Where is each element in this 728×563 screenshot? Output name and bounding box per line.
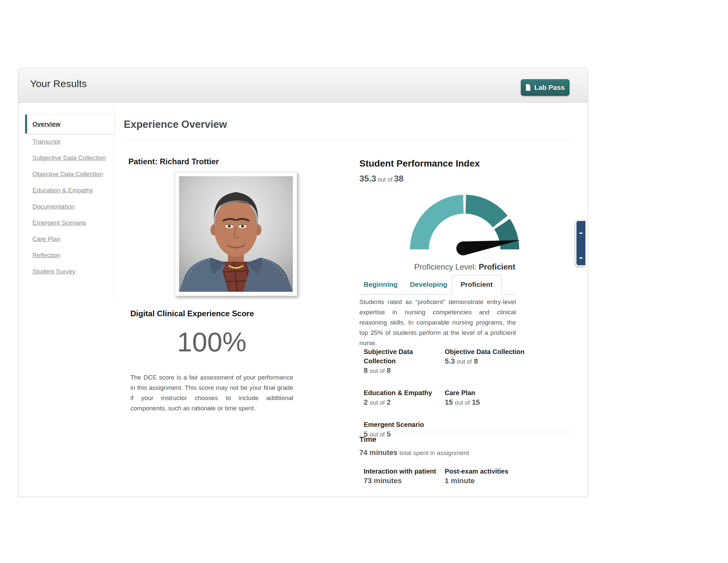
patient-name-heading: Patient: Richard Trottier xyxy=(128,157,219,166)
time-total-line: 74 minutes total spent in assignment xyxy=(359,448,469,457)
results-panel: Your Results Lab Pass Overview Transcrip… xyxy=(18,68,588,497)
breakdown-label: Objective Data Collection xyxy=(445,347,544,356)
sidebar-item-overview[interactable]: Overview xyxy=(25,115,114,133)
dce-score-description: The DCE score is a fair assessment of yo… xyxy=(130,372,293,413)
breakdown-max: 2 xyxy=(387,398,391,406)
time-item-label: Post-exam activities xyxy=(445,467,544,476)
dce-score-heading: Digital Clinical Experience Score xyxy=(130,309,254,318)
sidebar-item-care-plan[interactable]: Care Plan xyxy=(19,231,114,247)
spi-max: 38 xyxy=(394,173,404,183)
proficiency-value: Proficient xyxy=(479,262,516,271)
time-total-suffix: total spent in assignment xyxy=(399,449,469,456)
spi-out-of-label: out of xyxy=(378,176,392,183)
score-breakdown-grid: Subjective Data Collection 8 out of 8 Ob… xyxy=(364,347,549,440)
tab-developing[interactable]: Developing xyxy=(410,280,447,295)
sidebar-divider xyxy=(114,105,114,302)
sidebar-nav: Transcript Subjective Data Collection Ob… xyxy=(19,133,114,279)
tab-proficient[interactable]: Proficient xyxy=(452,275,502,295)
sidebar-item-objective-data-collection[interactable]: Objective Data Collection xyxy=(19,166,114,182)
time-item-value: 1 minute xyxy=(445,476,544,486)
sidebar-item-emergent-scenario[interactable]: Emergent Scenario xyxy=(19,214,114,231)
breakdown-max: 5 xyxy=(387,430,391,438)
sidebar-item-reflection[interactable]: Reflection xyxy=(19,247,114,263)
gauge-segment-developing xyxy=(466,195,508,227)
breakdown-score: 2 xyxy=(364,398,368,406)
dce-score-value: 100% xyxy=(130,326,293,358)
lab-pass-button[interactable]: Lab Pass xyxy=(521,79,569,96)
sidebar-item-transcript[interactable]: Transcript xyxy=(19,133,114,150)
breakdown-label: Care Plan xyxy=(445,388,544,398)
time-total-value: 74 minutes xyxy=(359,448,397,457)
breakdown-item: Care Plan 15 out of 15 xyxy=(445,388,544,408)
breakdown-label: Subjective Data Collection xyxy=(364,347,445,366)
page-title: Your Results xyxy=(30,78,87,89)
breakdown-item: Objective Data Collection 5.3 out of 8 xyxy=(445,347,544,376)
sidebar-item-documentation[interactable]: Documentation xyxy=(19,198,114,214)
tab-beginning[interactable]: Beginning xyxy=(364,280,398,295)
proficiency-description: Students rated as “proficient” demonstra… xyxy=(359,297,516,348)
time-item-label: Interaction with patient xyxy=(364,467,445,476)
time-section-divider xyxy=(359,432,570,432)
sidebar-item-student-survey[interactable]: Student Survey xyxy=(19,263,114,279)
breakdown-item: Subjective Data Collection 8 out of 8 xyxy=(364,347,445,376)
side-tab[interactable] xyxy=(575,220,585,266)
breakdown-item: Education & Empathy 2 out of 2 xyxy=(364,388,445,408)
patient-avatar xyxy=(179,176,293,292)
sidebar-item-subjective-data-collection[interactable]: Subjective Data Collection xyxy=(19,150,114,166)
breakdown-max: 8 xyxy=(474,357,478,365)
breakdown-score: 8 xyxy=(364,366,368,375)
side-tab-text-fragment xyxy=(579,232,582,234)
panel-header: Your Results Lab Pass xyxy=(19,68,588,103)
active-indicator-bar xyxy=(25,115,27,133)
sidebar-item-education-empathy[interactable]: Education & Empathy xyxy=(19,182,114,198)
patient-photo xyxy=(175,172,297,296)
spi-score-line: 35.3 out of 38 xyxy=(359,173,403,184)
time-details-grid: Interaction with patient 73 minutes Post… xyxy=(364,467,549,486)
gauge-segment-beginning xyxy=(410,195,464,249)
breakdown-label: Education & Empathy xyxy=(364,388,445,398)
side-tab-text-fragment xyxy=(579,257,582,258)
spi-score: 35.3 xyxy=(359,173,376,183)
spi-heading: Student Performance Index xyxy=(359,158,480,169)
breakdown-label: Emergent Scenario xyxy=(364,420,445,429)
document-icon xyxy=(525,84,531,91)
heading-divider xyxy=(124,139,570,139)
breakdown-max: 15 xyxy=(472,398,480,406)
time-item: Interaction with patient 73 minutes xyxy=(364,467,445,486)
time-heading: Time xyxy=(359,435,376,444)
time-item-value: 73 minutes xyxy=(364,476,445,486)
experience-overview-title: Experience Overview xyxy=(124,118,227,130)
proficiency-level-line: Proficiency Level: Proficient xyxy=(359,262,570,271)
proficiency-tabs: Beginning Developing Proficient xyxy=(359,275,516,295)
breakdown-score: 15 xyxy=(445,398,453,406)
performance-gauge xyxy=(408,191,521,258)
sidebar-item-label[interactable]: Overview xyxy=(32,120,61,128)
breakdown-max: 8 xyxy=(387,366,391,375)
lab-pass-label: Lab Pass xyxy=(534,83,565,91)
breakdown-score: 5.3 xyxy=(445,357,455,365)
time-item: Post-exam activities 1 minute xyxy=(445,467,544,486)
proficiency-label: Proficiency Level: xyxy=(414,262,477,271)
